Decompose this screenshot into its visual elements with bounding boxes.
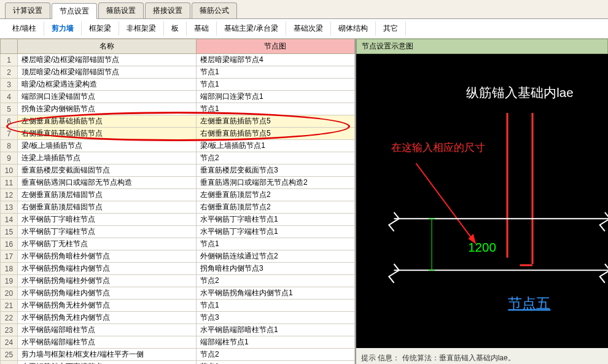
table-row[interactable]: 19水平钢筋拐角端柱外侧节点节点2 xyxy=(1,275,355,287)
row-name[interactable]: 水平钢筋拐角端柱内侧节点 xyxy=(18,287,197,300)
row-name[interactable]: 左侧垂直筋基础插筋节点 xyxy=(18,115,197,128)
row-number: 23 xyxy=(1,324,18,336)
row-name[interactable]: 水平钢筋丁字暗柱节点 xyxy=(18,214,197,226)
table-row[interactable]: 13右侧垂直筋顶层锚固节点右侧垂直筋顶层节点2 xyxy=(1,201,355,214)
table-row[interactable]: 23水平钢筋端部暗柱节点水平钢筋端部暗柱节点1 xyxy=(1,324,355,336)
row-name[interactable]: 暗梁/边框梁遇连梁构造 xyxy=(18,79,197,91)
table-row[interactable]: 22水平钢筋拐角无柱内侧节点节点3 xyxy=(1,312,355,324)
table-row[interactable]: 26水平钢筋斜交丁字墙节点节点1 xyxy=(1,361,355,365)
table-row[interactable]: 3暗梁/边框梁遇连梁构造节点1 xyxy=(1,79,355,91)
table-row[interactable]: 18水平钢筋拐角端柱内侧节点拐角暗柱内侧节点3 xyxy=(1,263,355,275)
row-diagram[interactable]: 右侧垂直筋顶层节点2 xyxy=(196,201,354,214)
row-name[interactable]: 拐角连梁内侧钢筋节点 xyxy=(18,103,197,115)
sub-tab-9[interactable]: 其它 xyxy=(376,21,406,36)
row-name[interactable]: 水平钢筋拐角端柱内侧节点 xyxy=(18,263,197,275)
top-tab-4[interactable]: 箍筋公式 xyxy=(192,2,237,18)
sub-tab-6[interactable]: 基础主梁/承台梁 xyxy=(217,21,286,36)
table-row[interactable]: 6左侧垂直筋基础插筋节点左侧垂直筋插筋节点5 xyxy=(1,115,355,128)
row-name[interactable]: 水平钢筋拐角端柱外侧节点 xyxy=(18,275,197,287)
row-name[interactable]: 水平钢筋丁无柱节点 xyxy=(18,238,197,250)
row-name[interactable]: 剪力墙与框架柱/框支柱/端柱平齐一侧 xyxy=(18,349,197,361)
row-name[interactable]: 连梁上墙插筋节点 xyxy=(18,152,197,165)
row-name[interactable]: 水平钢筋丁字端柱节点 xyxy=(18,226,197,238)
row-name[interactable]: 右侧垂直筋顶层锚固节点 xyxy=(18,201,197,214)
table-row[interactable]: 25剪力墙与框架柱/框支柱/端柱平齐一侧节点2 xyxy=(1,349,355,361)
row-name[interactable]: 楼层暗梁/边框梁端部锚固节点 xyxy=(18,54,197,66)
table-row[interactable]: 24水平钢筋端部端柱节点端部端柱节点1 xyxy=(1,336,355,349)
row-diagram[interactable]: 拐角暗柱内侧节点3 xyxy=(196,263,354,275)
table-row[interactable]: 7右侧垂直筋基础插筋节点右侧垂直筋插筋节点5 xyxy=(1,128,355,140)
table-row[interactable]: 2顶层暗梁/边框梁端部锚固节点节点1 xyxy=(1,66,355,79)
row-name[interactable]: 左侧垂直筋顶层锚固节点 xyxy=(18,189,197,201)
table-row[interactable]: 16水平钢筋丁无柱节点节点1 xyxy=(1,238,355,250)
row-number: 1 xyxy=(1,54,18,66)
sub-tab-3[interactable]: 非框架梁 xyxy=(119,21,164,36)
row-diagram[interactable]: 节点2 xyxy=(196,152,354,165)
table-row[interactable]: 15水平钢筋丁字端柱节点水平钢筋丁字端柱节点1 xyxy=(1,226,355,238)
table-row[interactable]: 17水平钢筋拐角暗柱外侧节点外侧钢筋连续通过节点2 xyxy=(1,250,355,263)
row-name[interactable]: 水平钢筋拐角无柱内侧节点 xyxy=(18,312,197,324)
row-diagram[interactable]: 左侧垂直筋顶层节点2 xyxy=(196,189,354,201)
table-row[interactable]: 14水平钢筋丁字暗柱节点水平钢筋丁字暗柱节点1 xyxy=(1,214,355,226)
row-diagram[interactable]: 节点1 xyxy=(196,79,354,91)
top-tab-0[interactable]: 计算设置 xyxy=(5,2,50,18)
row-diagram[interactable]: 外侧钢筋连续通过节点2 xyxy=(196,250,354,263)
table-row[interactable]: 20水平钢筋拐角端柱内侧节点水平钢筋拐角端柱内侧节点1 xyxy=(1,287,355,300)
row-name[interactable]: 水平钢筋斜交丁字墙节点 xyxy=(18,361,197,365)
table-row[interactable]: 4端部洞口连梁锚固节点端部洞口连梁节点1 xyxy=(1,91,355,103)
row-name[interactable]: 水平钢筋拐角暗柱外侧节点 xyxy=(18,250,197,263)
col-name[interactable]: 名称 xyxy=(18,39,197,54)
row-diagram[interactable]: 梁/板上墙插筋节点1 xyxy=(196,140,354,152)
row-name[interactable]: 水平钢筋端部暗柱节点 xyxy=(18,324,197,336)
table-row[interactable]: 9连梁上墙插筋节点节点2 xyxy=(1,152,355,165)
row-diagram[interactable]: 水平钢筋丁字端柱节点1 xyxy=(196,226,354,238)
row-diagram[interactable]: 节点2 xyxy=(196,275,354,287)
row-diagram[interactable]: 节点3 xyxy=(196,312,354,324)
row-number: 11 xyxy=(1,177,18,189)
row-name[interactable]: 端部洞口连梁锚固节点 xyxy=(18,91,197,103)
sub-tab-2[interactable]: 框架梁 xyxy=(82,21,119,36)
sub-tab-1[interactable]: 剪力墙 xyxy=(44,21,82,36)
row-name[interactable]: 水平钢筋端部端柱节点 xyxy=(18,336,197,349)
row-diagram[interactable]: 楼层暗梁端部节点4 xyxy=(196,54,354,66)
row-diagram[interactable]: 节点1 xyxy=(196,300,354,312)
row-diagram[interactable]: 节点1 xyxy=(196,103,354,115)
top-tab-3[interactable]: 搭接设置 xyxy=(145,2,190,18)
table-row[interactable]: 1楼层暗梁/边框梁端部锚固节点楼层暗梁端部节点4 xyxy=(1,54,355,66)
row-diagram[interactable]: 水平钢筋端部暗柱节点1 xyxy=(196,324,354,336)
table-row[interactable]: 8梁/板上墙插筋节点梁/板上墙插筋节点1 xyxy=(1,140,355,152)
table-row[interactable]: 12左侧垂直筋顶层锚固节点左侧垂直筋顶层节点2 xyxy=(1,189,355,201)
row-number: 9 xyxy=(1,152,18,165)
row-name[interactable]: 垂直钢筋遇洞口或端部无节点构造 xyxy=(18,177,197,189)
row-name[interactable]: 梁/板上墙插筋节点 xyxy=(18,140,197,152)
row-diagram[interactable]: 右侧垂直筋插筋节点5 xyxy=(196,128,354,140)
row-diagram[interactable]: 左侧垂直筋插筋节点5 xyxy=(196,115,354,128)
table-row[interactable]: 10垂直筋楼层变截面锚固节点垂直筋楼层变截面节点3 xyxy=(1,165,355,177)
row-diagram[interactable]: 垂直筋遇洞口或端部无节点构造2 xyxy=(196,177,354,189)
sub-tab-4[interactable]: 板 xyxy=(164,21,187,36)
row-diagram[interactable]: 端部洞口连梁节点1 xyxy=(196,91,354,103)
table-row[interactable]: 11垂直钢筋遇洞口或端部无节点构造垂直筋遇洞口或端部无节点构造2 xyxy=(1,177,355,189)
sub-tabs: 柱/墙柱剪力墙框架梁非框架梁板基础基础主梁/承台梁基础次梁砌体结构其它 xyxy=(0,19,608,39)
row-name[interactable]: 水平钢筋拐角无柱外侧节点 xyxy=(18,300,197,312)
row-diagram[interactable]: 节点2 xyxy=(196,349,354,361)
row-diagram[interactable]: 端部端柱节点1 xyxy=(196,336,354,349)
row-diagram[interactable]: 节点1 xyxy=(196,361,354,365)
row-diagram[interactable]: 水平钢筋丁字暗柱节点1 xyxy=(196,214,354,226)
top-tab-2[interactable]: 箍筋设置 xyxy=(98,2,144,18)
sub-tab-5[interactable]: 基础 xyxy=(187,21,217,36)
row-diagram[interactable]: 垂直筋楼层变截面节点3 xyxy=(196,165,354,177)
row-name[interactable]: 垂直筋楼层变截面锚固节点 xyxy=(18,165,197,177)
row-diagram[interactable]: 节点1 xyxy=(196,238,354,250)
row-name[interactable]: 右侧垂直筋基础插筋节点 xyxy=(18,128,197,140)
sub-tab-0[interactable]: 柱/墙柱 xyxy=(5,21,44,36)
table-row[interactable]: 5拐角连梁内侧钢筋节点节点1 xyxy=(1,103,355,115)
top-tab-1[interactable]: 节点设置 xyxy=(52,3,97,19)
col-diagram[interactable]: 节点图 xyxy=(196,39,354,54)
table-row[interactable]: 21水平钢筋拐角无柱外侧节点节点1 xyxy=(1,300,355,312)
row-diagram[interactable]: 节点1 xyxy=(196,66,354,79)
row-name[interactable]: 顶层暗梁/边框梁端部锚固节点 xyxy=(18,66,197,79)
sub-tab-8[interactable]: 砌体结构 xyxy=(331,21,376,36)
sub-tab-7[interactable]: 基础次梁 xyxy=(286,21,331,36)
row-diagram[interactable]: 水平钢筋拐角端柱内侧节点1 xyxy=(196,287,354,300)
